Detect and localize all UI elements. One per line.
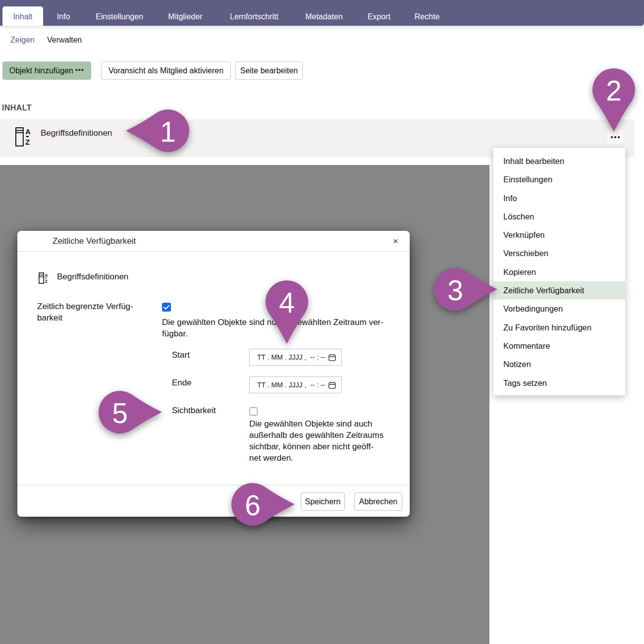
svg-text:6: 6 (245, 489, 261, 521)
svg-text:Z: Z (45, 279, 48, 284)
svg-text:5: 5 (112, 397, 128, 429)
svg-text:Z: Z (25, 138, 30, 146)
svg-text:A: A (45, 273, 48, 278)
svg-text:4: 4 (279, 287, 295, 319)
svg-text:A: A (25, 127, 31, 136)
svg-text:2: 2 (606, 75, 622, 107)
svg-text:3: 3 (447, 274, 463, 306)
svg-text:1: 1 (160, 116, 176, 148)
